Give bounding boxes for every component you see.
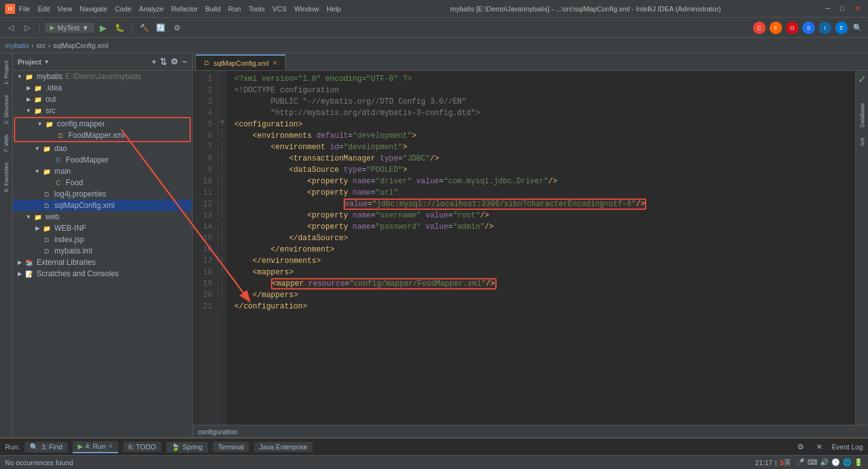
- code-tag6: <environments default="development">: [234, 130, 416, 142]
- safari-icon[interactable]: S: [802, 21, 815, 34]
- menu-file[interactable]: File: [19, 5, 30, 13]
- run-button[interactable]: ▶: [97, 21, 111, 35]
- code-editor[interactable]: 12345 678910 1112131415 1617181920 21 ▼ …: [193, 71, 855, 425]
- breadcrumb-src[interactable]: src: [37, 42, 46, 49]
- run-close-button[interactable]: ✕: [812, 440, 826, 454]
- todo-tab[interactable]: 6: TODO: [123, 442, 161, 452]
- menu-build[interactable]: Build: [205, 5, 220, 13]
- settings-button[interactable]: ⚙: [171, 21, 184, 35]
- menu-edit[interactable]: Edit: [38, 5, 50, 13]
- sidebar-minimize-icon[interactable]: −: [182, 57, 187, 66]
- root-label: mybatis: [37, 72, 63, 81]
- menu-run[interactable]: Run: [228, 5, 241, 13]
- menu-code[interactable]: Code: [115, 5, 131, 13]
- gutter-18: │: [218, 264, 227, 276]
- terminal-tab[interactable]: Terminal: [213, 442, 250, 452]
- menu-view[interactable]: View: [57, 5, 73, 13]
- idea-label: .idea: [45, 83, 62, 92]
- code-tag19: <mapper resource="config/mapper/FoodMapp…: [234, 278, 497, 289]
- tree-idea[interactable]: ▶ 📁 .idea: [13, 82, 192, 94]
- menu-window[interactable]: Window: [294, 5, 319, 13]
- tree-web[interactable]: ▼ 📁 web: [13, 211, 192, 222]
- web-panel-tab[interactable]: 7: Web: [2, 130, 11, 157]
- run-tab[interactable]: ▶ 4: Run ✕: [73, 441, 118, 453]
- sync-button[interactable]: 🔄: [154, 21, 168, 35]
- gutter-5[interactable]: ▼: [218, 116, 227, 128]
- tree-config-mapper[interactable]: ▼ 📁 config.mapper: [15, 118, 190, 130]
- minimize-button[interactable]: ─: [823, 4, 833, 13]
- search-everywhere-button[interactable]: 🔍: [850, 21, 864, 35]
- forward-button[interactable]: ▷: [20, 21, 34, 35]
- opera-icon[interactable]: O: [786, 21, 799, 34]
- breadcrumb-sep-1: ›: [32, 42, 34, 49]
- tree-ext-libs[interactable]: ▶ 📚 External Libraries: [13, 257, 192, 268]
- tree-foodmapper-java[interactable]: ▶ © FoodMapper: [13, 154, 192, 166]
- java-enterprise-tab[interactable]: Java Enterprise: [254, 442, 312, 452]
- menu-navigate[interactable]: Navigate: [80, 5, 107, 13]
- tab-close-button[interactable]: ✕: [272, 59, 277, 66]
- tree-src[interactable]: ▼ 📁 src: [13, 105, 192, 116]
- edge-icon[interactable]: E: [835, 21, 848, 34]
- firefox-icon[interactable]: F: [769, 21, 782, 34]
- menu-tools[interactable]: Tools: [248, 5, 265, 13]
- encoding-label: 英: [784, 458, 791, 467]
- run-tab-close[interactable]: ✕: [108, 443, 113, 449]
- maximize-button[interactable]: □: [838, 4, 847, 13]
- tree-index-jsp[interactable]: ▶ 🗋 index.jsp: [13, 234, 192, 245]
- tree-log4j[interactable]: ▶ 🗋 log4j.properties: [13, 188, 192, 200]
- tree-scratches[interactable]: ▶ 📝 Scratches and Consoles: [13, 268, 192, 279]
- window-controls[interactable]: ─ □ ✕: [823, 4, 863, 13]
- back-button[interactable]: ◁: [4, 21, 18, 35]
- code-line-4: "http://mybatis.org/dtd/mybatis-3-config…: [234, 107, 848, 119]
- code-content[interactable]: <?xml version="1.0" encoding="UTF-8" ?> …: [227, 71, 855, 425]
- close-button[interactable]: ✕: [852, 4, 863, 13]
- code-tag16: </environment>: [234, 244, 334, 255]
- editor-tab-sqlmapconfig[interactable]: 🗋 sqlMapConfig.xml ✕: [195, 54, 286, 70]
- event-log-label[interactable]: Event Log: [831, 443, 863, 451]
- ie-icon[interactable]: I: [819, 21, 831, 34]
- spring-icon: 🍃: [171, 443, 180, 451]
- menu-refactor[interactable]: Refactor: [171, 5, 198, 13]
- sidebar-gear-icon[interactable]: ⚙: [171, 57, 178, 66]
- tree-dao[interactable]: ▼ 📁 dao: [13, 143, 192, 154]
- tree-root-mybatis[interactable]: ▼ 📁 mybatis E:\Demo\Java\mybatis: [13, 71, 192, 82]
- favorites-panel-tab[interactable]: 8: Favorites: [2, 157, 11, 197]
- build-button[interactable]: 🔨: [138, 21, 152, 35]
- sidebar-dropdown-icon[interactable]: ▼: [44, 59, 49, 65]
- tree-food-class[interactable]: ▶ C Food: [13, 177, 192, 188]
- sidebar-title: Project: [18, 58, 41, 66]
- code-line-6: <environments default="development">: [234, 130, 848, 142]
- gutter-9: │: [218, 162, 227, 173]
- tree-sqlmapconfig[interactable]: ▶ 🗋 sqlMapConfig.xml: [13, 200, 192, 211]
- tree-mybatis-iml[interactable]: ▶ 🗋 mybatis.iml: [13, 245, 192, 257]
- scratches-icon: 📝: [24, 269, 34, 279]
- menu-vcs[interactable]: VCS: [272, 5, 287, 13]
- tree-out[interactable]: ▶ 📁 out: [13, 94, 192, 105]
- editor-breadcrumb-label: configuration: [198, 428, 238, 436]
- code-line-18: <mappers>: [234, 267, 848, 278]
- tree-webinf[interactable]: ▶ 📁 WEB-INF: [13, 222, 192, 234]
- sidebar-sort-icon[interactable]: ⇅: [160, 57, 167, 66]
- breadcrumb-file[interactable]: sqlMapConfig.xml: [53, 42, 108, 49]
- menu-bar[interactable]: File Edit View Navigate Code Analyze Ref…: [19, 5, 341, 13]
- find-label: 3: Find: [41, 443, 63, 451]
- sidebar-add-icon[interactable]: +: [152, 57, 157, 66]
- dao-folder-icon: 📁: [42, 143, 52, 154]
- run-config-dropdown[interactable]: ▶ MyTest ▼: [45, 23, 94, 33]
- spring-tab[interactable]: 🍃 Spring: [166, 442, 208, 453]
- structure-panel-tab[interactable]: 2: Structure: [2, 90, 11, 130]
- tree-foodmapper-xml[interactable]: ▶ 🗋 FoodMapper.xml: [15, 130, 190, 141]
- project-panel-tab[interactable]: 1: Project: [2, 56, 11, 90]
- src-label: src: [45, 106, 56, 115]
- chrome-icon[interactable]: C: [753, 21, 766, 34]
- code-tag9: <dataSource type="POOLED">: [234, 164, 407, 176]
- menu-analyze[interactable]: Analyze: [139, 5, 164, 13]
- ant-panel-tab[interactable]: Ant: [858, 133, 867, 152]
- menu-help[interactable]: Help: [327, 5, 341, 13]
- debug-button[interactable]: 🐛: [113, 21, 127, 35]
- run-settings-button[interactable]: ⚙: [793, 440, 807, 454]
- find-tab[interactable]: 🔍 3: Find: [25, 442, 68, 453]
- breadcrumb-mybatis[interactable]: mybatis: [5, 42, 29, 49]
- tree-main[interactable]: ▼ 📁 main: [13, 166, 192, 177]
- database-panel-tab[interactable]: Database: [858, 98, 867, 133]
